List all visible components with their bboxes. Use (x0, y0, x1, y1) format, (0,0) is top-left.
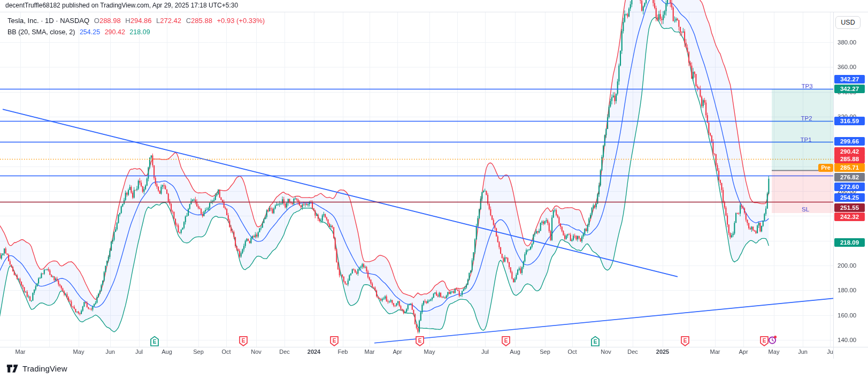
price-axis-tick: 380.00 (838, 39, 856, 46)
svg-text:E: E (333, 338, 336, 344)
price-label: 342.27 (834, 75, 865, 84)
time-axis-label[interactable]: Mar (710, 348, 720, 355)
level-text-tp1: TP1 (800, 137, 811, 143)
indicator-legend-row[interactable]: BB (20, SMA, close, 2) 254.25 290.42 218… (7, 27, 267, 37)
earnings-icon[interactable]: E (681, 336, 690, 347)
pending-earnings-clock-icon (767, 335, 777, 345)
time-axis-label[interactable]: Nov (601, 348, 611, 355)
time-axis-label[interactable]: Aug (162, 348, 172, 355)
high-label: H (125, 17, 130, 25)
time-axis-label[interactable]: Mar (365, 348, 375, 355)
time-axis-label[interactable]: Aug (510, 348, 520, 355)
time-axis-label[interactable]: Oct (567, 348, 577, 355)
bb-basis-value: 254.25 (80, 28, 100, 36)
indicator-name: BB (20, SMA, close, 2) (7, 28, 75, 36)
svg-text:E: E (683, 338, 687, 344)
level-text-sl: SL (802, 206, 809, 213)
earnings-icon[interactable]: E (150, 336, 159, 347)
open-label: O (94, 17, 99, 25)
price-label: 272.60 (834, 183, 865, 191)
earnings-icon[interactable]: E (416, 336, 425, 347)
time-axis-label[interactable]: May (73, 348, 85, 355)
price-chart-canvas[interactable] (0, 0, 868, 379)
svg-text:E: E (418, 338, 422, 344)
time-axis-label[interactable]: Jul (135, 348, 143, 355)
publish-attribution: decentTruffle68182 published on TradingV… (5, 2, 238, 9)
time-axis-label[interactable]: 2024 (308, 348, 320, 355)
time-axis-label[interactable]: May (424, 348, 435, 355)
time-axis-label[interactable]: Sep (193, 348, 204, 355)
time-axis-label[interactable]: 2025 (656, 348, 669, 355)
tradingview-logo-text: TradingView (22, 364, 67, 373)
time-axis-label[interactable]: Apr (393, 348, 402, 355)
svg-text:E: E (242, 338, 245, 344)
price-label: 316.59 (834, 117, 865, 125)
price-label: 254.25 (834, 193, 865, 202)
time-axis-label[interactable]: Feb (338, 348, 348, 355)
time-axis-label[interactable]: Dec (279, 348, 290, 355)
high-value: 294.86 (130, 17, 152, 25)
svg-text:E: E (504, 338, 508, 344)
close-value: 285.88 (191, 17, 212, 25)
symbol-legend-row[interactable]: Tesla, Inc. · 1D · NASDAQ O288.98 H294.8… (7, 16, 267, 26)
earnings-icon[interactable]: E (239, 336, 248, 347)
price-axis-tick: 360.00 (838, 63, 856, 71)
price-label: 299.66 (834, 137, 865, 146)
price-label: 276.82 (834, 173, 865, 181)
price-label: 242.32 (834, 213, 865, 221)
tradingview-logo[interactable]: TradingView (6, 364, 67, 373)
bb-lower-value: 218.09 (129, 28, 150, 36)
price-label: 342.27 (834, 85, 865, 93)
tradingview-logo-icon (6, 364, 19, 373)
price-label: 285.88 (834, 155, 865, 163)
level-text-tp2: TP2 (801, 115, 812, 122)
time-axis-label[interactable]: Ju (827, 348, 833, 355)
earnings-icon[interactable]: E (502, 336, 511, 347)
time-axis-label[interactable]: May (769, 348, 780, 355)
time-axis-label[interactable]: Dec (627, 348, 638, 355)
price-axis-tick: 140.00 (838, 336, 856, 344)
level-text-tp3: TP3 (801, 83, 812, 89)
symbol-title: Tesla, Inc. · 1D · NASDAQ (7, 17, 89, 25)
svg-text:E: E (763, 338, 766, 344)
earnings-icon[interactable]: E (591, 336, 600, 347)
pre-market-badge: Pre (818, 164, 833, 172)
currency-toggle-button[interactable]: USD (835, 16, 861, 29)
time-axis-label[interactable]: Jun (798, 348, 808, 355)
time-axis-label[interactable]: Mar (16, 348, 26, 355)
change-value: +0.93 (+0.33%) (217, 17, 265, 25)
time-axis-label[interactable]: Apr (739, 348, 748, 355)
close-label: C (186, 17, 191, 25)
open-value: 288.98 (99, 17, 121, 25)
tradingview-published-chart: decentTruffle68182 published on TradingV… (0, 0, 868, 379)
time-axis-label[interactable]: Nov (251, 348, 262, 355)
time-axis-label[interactable]: Oct (221, 348, 231, 355)
price-axis-tick: 160.00 (838, 312, 856, 319)
bb-upper-value: 290.42 (105, 28, 125, 36)
price-axis-tick: 200.00 (838, 262, 856, 269)
time-axis-label[interactable]: Sep (540, 348, 550, 355)
time-axis-label[interactable]: Jun (105, 348, 115, 355)
price-label: 251.55 (834, 203, 865, 212)
low-value: 272.42 (160, 17, 181, 25)
price-axis-tick: 180.00 (838, 286, 856, 294)
earnings-icon[interactable]: E (330, 336, 339, 347)
svg-text:E: E (153, 339, 157, 345)
time-axis-label[interactable]: Jul (481, 348, 489, 355)
chart-legend[interactable]: Tesla, Inc. · 1D · NASDAQ O288.98 H294.8… (7, 16, 267, 37)
svg-text:E: E (594, 339, 597, 345)
price-label: 218.09 (834, 238, 865, 247)
price-label: 285.71 (834, 163, 865, 172)
